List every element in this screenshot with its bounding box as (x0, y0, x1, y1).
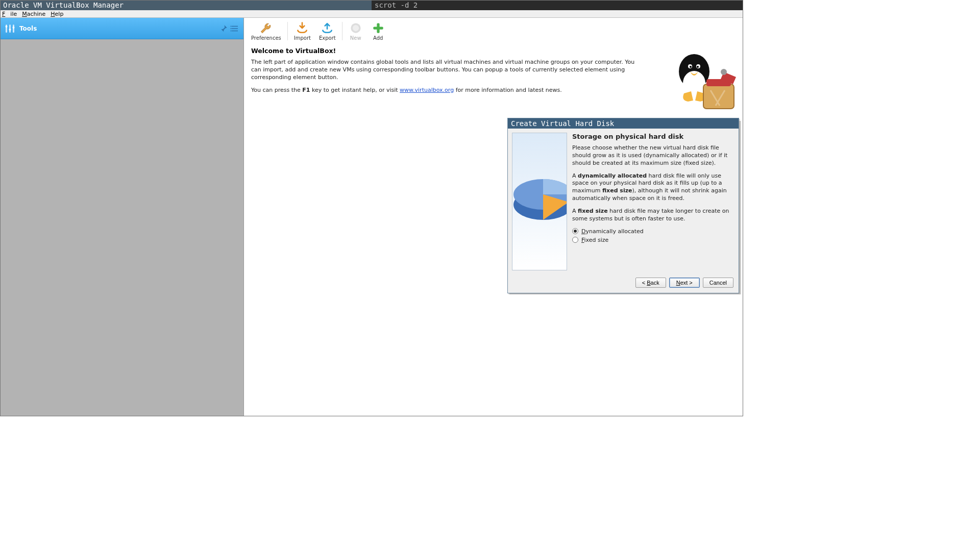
toolbar-label: Import (294, 35, 311, 41)
svg-rect-15 (373, 27, 383, 29)
dialog-heading: Storage on physical hard disk (572, 133, 734, 140)
svg-point-13 (353, 25, 359, 31)
toolbar-label: Preferences (251, 35, 281, 41)
import-icon (295, 21, 309, 35)
welcome-heading: Welcome to VirtualBox! (251, 47, 645, 55)
add-button[interactable]: Add (367, 20, 389, 42)
create-disk-dialog: Create Virtual Hard Disk Storage on phys… (507, 118, 739, 293)
welcome-text-2: You can press the F1 key to get instant … (251, 87, 645, 94)
svg-rect-7 (232, 28, 238, 29)
plus-icon (371, 21, 385, 35)
svg-point-5 (13, 27, 15, 29)
sidebar-item-tools[interactable]: Tools (0, 18, 243, 39)
radio-fixed[interactable]: Fixed size (572, 237, 734, 243)
radio-icon (572, 228, 578, 234)
tux-toolbox-icon (664, 43, 740, 120)
dialog-para-3: A fixed size hard disk file may take lon… (572, 208, 734, 223)
toolbar-label: Add (373, 35, 383, 41)
menu-machine[interactable]: Machine (22, 11, 45, 17)
svg-point-9 (231, 26, 232, 27)
svg-point-11 (231, 30, 232, 31)
import-button[interactable]: Import (290, 20, 315, 42)
export-button[interactable]: Export (315, 20, 340, 42)
new-icon (349, 21, 363, 35)
menu-file[interactable]: File (2, 11, 17, 17)
toolbar-label: Export (319, 35, 336, 41)
svg-point-20 (690, 66, 692, 68)
dialog-title: Create Virtual Hard Disk (508, 118, 739, 129)
radio-icon (572, 237, 578, 243)
new-button: New (345, 20, 367, 42)
svg-point-24 (721, 69, 727, 75)
wrench-icon (259, 21, 273, 35)
svg-rect-6 (232, 26, 238, 27)
secondary-title: scrot -d 2 (372, 0, 743, 10)
toolbar-label: New (350, 35, 361, 41)
virtualbox-link[interactable]: www.virtualbox.org (400, 87, 454, 93)
export-icon (320, 21, 334, 35)
list-icon[interactable] (230, 24, 239, 33)
svg-point-4 (9, 29, 11, 31)
toolbar: Preferences Import Export New Add (244, 18, 743, 43)
dialog-para-2: A dynamically allocated hard disk file w… (572, 172, 734, 203)
wizard-image (512, 133, 567, 270)
sidebar: Tools (0, 18, 244, 416)
menubar: File Machine Help (0, 10, 743, 18)
window-title: Oracle VM VirtualBox Manager (0, 0, 372, 10)
welcome-panel: Welcome to VirtualBox! The left part of … (244, 43, 652, 94)
back-button[interactable]: < Back (635, 278, 666, 288)
svg-point-3 (6, 26, 8, 28)
svg-point-21 (697, 66, 699, 68)
svg-point-10 (231, 28, 232, 29)
cancel-button[interactable]: Cancel (703, 278, 733, 288)
pin-icon[interactable] (219, 24, 228, 33)
next-button[interactable]: Next > (669, 278, 700, 288)
radio-dynamic[interactable]: Dynamically allocated (572, 228, 734, 235)
welcome-text-1: The left part of application window cont… (251, 59, 645, 82)
svg-rect-8 (232, 30, 238, 31)
dialog-para-1: Please choose whether the new virtual ha… (572, 144, 734, 167)
preferences-button[interactable]: Preferences (247, 20, 285, 42)
menu-help[interactable]: Help (51, 11, 63, 17)
tools-icon (4, 22, 16, 35)
sidebar-item-label: Tools (19, 25, 37, 32)
